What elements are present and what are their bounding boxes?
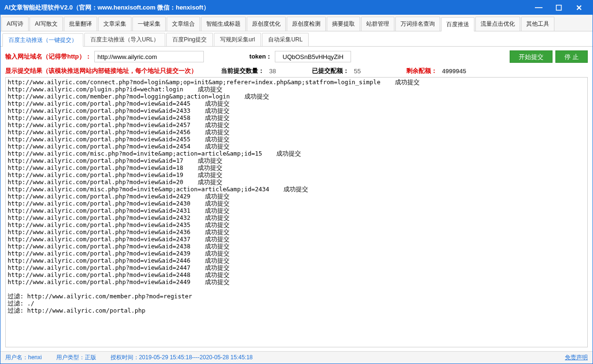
log-line: http://www.ailyric.com/portal.php?mod=vi… bbox=[8, 171, 585, 178]
disclaimer-link[interactable]: 免责声明 bbox=[565, 354, 588, 362]
log-line: http://www.ailyric.com/portal.php?mod=vi… bbox=[8, 228, 585, 236]
log-line: http://www.ailyric.com/member.php?mod=lo… bbox=[8, 93, 585, 100]
main-tab-4[interactable]: 一键采集 bbox=[132, 17, 166, 31]
titlebar[interactable]: AI文章智能处理软件V2.0（官网：www.henxisoft.com 微信：h… bbox=[0, 0, 593, 15]
token-label: token： bbox=[250, 52, 272, 61]
main-tab-8[interactable]: 原创度检测 bbox=[287, 17, 326, 31]
type-block: 用户类型：正版 bbox=[56, 354, 96, 362]
log-line: http://www.ailyric.com/portal.php?mod=vi… bbox=[8, 193, 585, 200]
log-line: http://www.ailyric.com/portal.php?mod=vi… bbox=[8, 121, 585, 128]
auth-label: 授权时间： bbox=[111, 354, 139, 361]
log-line: http://www.ailyric.com/misc.php?mod=invi… bbox=[8, 186, 585, 193]
log-line: 过滤: ./ bbox=[8, 300, 585, 307]
minimize-button[interactable]: — bbox=[529, 1, 549, 14]
remaining-quota-label: 剩余配额： bbox=[406, 67, 437, 75]
log-line: http://www.ailyric.com/portal.php?mod=vi… bbox=[8, 164, 585, 171]
log-line: http://www.ailyric.com/portal.php?mod=vi… bbox=[8, 271, 585, 278]
sub-tab-3[interactable]: 写规则采集url bbox=[214, 33, 261, 46]
log-line: http://www.ailyric.com/portal.php?mod=vi… bbox=[8, 107, 585, 114]
sub-tab-2[interactable]: 百度Ping提交 bbox=[166, 33, 213, 46]
main-tab-3[interactable]: 文章采集 bbox=[98, 17, 131, 31]
start-submit-button[interactable]: 开始提交 bbox=[510, 50, 553, 63]
current-count-value: 38 bbox=[269, 68, 293, 75]
log-textarea[interactable]: http://www.ailyric.com/connect.php?mod=l… bbox=[6, 78, 587, 347]
domain-label: 输入网址域名（记得带http）： bbox=[5, 52, 91, 61]
log-line: http://www.ailyric.com/misc.php?mod=invi… bbox=[8, 150, 585, 157]
log-line: http://www.ailyric.com/plugin.php?id=wec… bbox=[8, 86, 585, 93]
main-tab-10[interactable]: 站群管理 bbox=[361, 17, 394, 31]
main-tab-7[interactable]: 原创度优化 bbox=[247, 17, 286, 31]
log-line: http://www.ailyric.com/portal.php?mod=vi… bbox=[8, 200, 585, 207]
domain-input[interactable] bbox=[94, 51, 204, 62]
log-line: http://www.ailyric.com/portal.php?mod=vi… bbox=[8, 157, 585, 164]
log-line: http://www.ailyric.com/portal.php?mod=vi… bbox=[8, 114, 585, 121]
input-row: 输入网址域名（记得带http）： token： 开始提交 停 止 bbox=[5, 50, 588, 63]
sub-tab-0[interactable]: 百度主动推送（一键提交） bbox=[2, 33, 83, 47]
sub-tab-4[interactable]: 自动采集URL bbox=[262, 33, 309, 46]
stop-button[interactable]: 停 止 bbox=[555, 50, 588, 63]
title-text: AI文章智能处理软件V2.0（官网：www.henxisoft.com 微信：h… bbox=[4, 3, 529, 12]
remaining-quota-value: 4999945 bbox=[442, 68, 466, 75]
log-line: http://www.ailyric.com/portal.php?mod=vi… bbox=[8, 128, 585, 136]
log-line: http://www.ailyric.com/portal.php?mod=vi… bbox=[8, 207, 585, 214]
log-line: http://www.ailyric.com/portal.php?mod=vi… bbox=[8, 236, 585, 243]
main-tab-5[interactable]: 文章组合 bbox=[167, 17, 200, 31]
main-tab-14[interactable]: 其他工具 bbox=[521, 17, 554, 31]
auth-block: 授权时间：2019-05-29 15:45:18----2020-05-28 1… bbox=[111, 354, 253, 362]
main-tab-11[interactable]: 万词排名查询 bbox=[395, 17, 440, 31]
log-line: http://www.ailyric.com/portal.php?mod=vi… bbox=[8, 278, 585, 285]
user-block: 用户名：henxi bbox=[5, 354, 42, 362]
log-line: http://www.ailyric.com/portal.php?mod=vi… bbox=[8, 214, 585, 221]
log-line: http://www.ailyric.com/portal.php?mod=vi… bbox=[8, 136, 585, 143]
main-tab-12[interactable]: 百度推送 bbox=[441, 17, 474, 31]
log-line: http://www.ailyric.com/portal.php?mod=vi… bbox=[8, 143, 585, 150]
type-value: 正版 bbox=[85, 354, 96, 361]
log-line: http://www.ailyric.com/portal.php?mod=vi… bbox=[8, 257, 585, 264]
status-row: 显示提交结果（该模块推送网站内部链接地址，每个地址只提交一次） 当前提交数量： … bbox=[5, 67, 588, 75]
log-line: 过滤: http://www.ailyric.com/member.php?mo… bbox=[8, 293, 585, 300]
content-area: 输入网址域名（记得带http）： token： 开始提交 停 止 显示提交结果（… bbox=[0, 47, 593, 351]
auth-value: 2019-05-29 15:45:18----2020-05-28 15:45:… bbox=[139, 354, 253, 361]
submitted-quota-label: 已提交配额： bbox=[312, 67, 349, 75]
log-line: http://www.ailyric.com/portal.php?mod=vi… bbox=[8, 264, 585, 271]
result-label: 显示提交结果（该模块推送网站内部链接地址，每个地址只提交一次） bbox=[5, 67, 197, 75]
main-tab-0[interactable]: AI写诗 bbox=[1, 17, 29, 31]
log-line: http://www.ailyric.com/portal.php?mod=vi… bbox=[8, 243, 585, 250]
log-line: 过滤: http://www.ailyric.com/portal.php bbox=[8, 307, 585, 314]
log-line bbox=[8, 285, 585, 293]
user-label: 用户名： bbox=[5, 354, 28, 361]
close-button[interactable]: ✕ bbox=[569, 1, 589, 14]
log-line: http://www.ailyric.com/portal.php?mod=vi… bbox=[8, 178, 585, 186]
submitted-quota-value: 55 bbox=[354, 68, 378, 75]
log-line: http://www.ailyric.com/portal.php?mod=vi… bbox=[8, 100, 585, 107]
main-tabbar: AI写诗AI写散文批量翻译文章采集一键采集文章组合智能生成标题原创度优化原创度检… bbox=[0, 15, 593, 31]
log-line: http://www.ailyric.com/portal.php?mod=vi… bbox=[8, 250, 585, 257]
sub-tabbar: 百度主动推送（一键提交）百度主动推送（导入URL）百度Ping提交写规则采集ur… bbox=[0, 31, 593, 47]
token-input[interactable] bbox=[275, 51, 351, 62]
sub-tab-1[interactable]: 百度主动推送（导入URL） bbox=[84, 33, 165, 46]
log-line: http://www.ailyric.com/connect.php?mod=l… bbox=[8, 79, 585, 86]
maximize-button[interactable]: ☐ bbox=[549, 1, 569, 14]
statusbar: 用户名：henxi 用户类型：正版 授权时间：2019-05-29 15:45:… bbox=[0, 351, 593, 364]
app-window: AI文章智能处理软件V2.0（官网：www.henxisoft.com 微信：h… bbox=[0, 0, 593, 364]
main-tab-9[interactable]: 摘要提取 bbox=[327, 17, 360, 31]
window-controls: — ☐ ✕ bbox=[529, 1, 589, 14]
user-value: henxi bbox=[28, 354, 42, 361]
main-tab-2[interactable]: 批量翻译 bbox=[64, 17, 97, 31]
type-label: 用户类型： bbox=[56, 354, 85, 361]
main-tab-6[interactable]: 智能生成标题 bbox=[201, 17, 246, 31]
log-container: http://www.ailyric.com/connect.php?mod=l… bbox=[5, 77, 588, 347]
log-line: http://www.ailyric.com/portal.php?mod=vi… bbox=[8, 221, 585, 228]
main-tab-1[interactable]: AI写散文 bbox=[30, 17, 62, 31]
current-count-label: 当前提交数量： bbox=[221, 67, 264, 75]
main-tab-13[interactable]: 流量点击优化 bbox=[475, 17, 520, 31]
